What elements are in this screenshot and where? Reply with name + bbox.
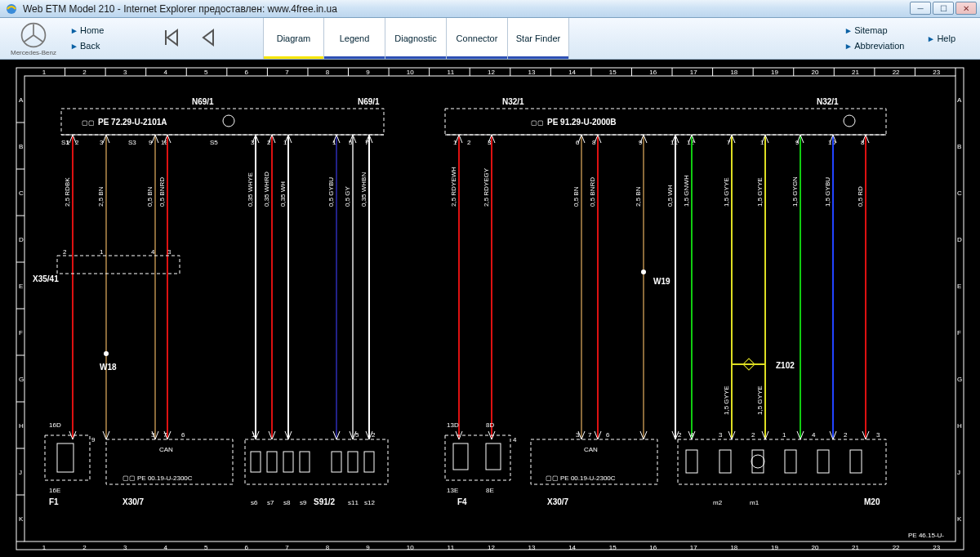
svg-text:3: 3 (719, 431, 723, 439)
svg-text:21: 21 (852, 69, 859, 76)
svg-text:Z102: Z102 (776, 361, 795, 370)
close-button[interactable]: ✕ (956, 2, 977, 15)
maximize-button[interactable]: ☐ (933, 2, 954, 15)
svg-text:F1: F1 (49, 497, 59, 506)
svg-text:13E: 13E (447, 487, 458, 494)
svg-text:▢▢: ▢▢ (122, 475, 136, 482)
svg-text:0,5 GYBU: 0,5 GYBU (327, 177, 335, 207)
back-link[interactable]: ▸Back (72, 41, 140, 51)
svg-text:23: 23 (933, 69, 940, 76)
svg-text:2,5 BN: 2,5 BN (97, 186, 105, 207)
svg-text:PE 72.29-U-2101A: PE 72.29-U-2101A (98, 118, 167, 127)
svg-text:22: 22 (893, 69, 900, 76)
svg-rect-267 (850, 450, 862, 473)
svg-rect-222 (300, 452, 310, 472)
svg-text:5: 5 (204, 69, 208, 76)
svg-text:s6: s6 (251, 499, 258, 506)
svg-text:m1: m1 (750, 499, 760, 506)
svg-text:1,5 GYYE: 1,5 GYYE (756, 385, 764, 415)
window-title: Web ETM Model 210 - Internet Explorer пр… (23, 3, 337, 15)
svg-text:20: 20 (812, 69, 819, 76)
svg-text:S5: S5 (210, 139, 218, 146)
svg-text:W19: W19 (653, 277, 670, 286)
svg-text:3: 3 (151, 431, 155, 439)
svg-text:G: G (957, 376, 962, 383)
svg-text:s12: s12 (364, 499, 375, 506)
tab-diagram[interactable]: Diagram (263, 18, 324, 59)
svg-text:1,5 GYGN: 1,5 GYGN (791, 176, 799, 207)
svg-text:▢▢: ▢▢ (82, 119, 95, 127)
prev-icon[interactable] (197, 27, 218, 50)
tab-star-finder[interactable]: Star Finder (508, 18, 569, 59)
svg-rect-188 (57, 256, 180, 274)
svg-text:K: K (19, 515, 24, 523)
minimize-button[interactable]: ─ (910, 2, 931, 15)
svg-point-197 (641, 270, 646, 274)
nav-links: ▸Home ▸Back (67, 18, 140, 59)
svg-text:9: 9 (366, 544, 370, 551)
tab-connector[interactable]: Connector (447, 18, 508, 59)
svg-text:1: 1 (42, 544, 47, 551)
help-link[interactable]: ▸Help (929, 33, 956, 44)
svg-rect-239 (486, 443, 501, 470)
svg-text:14: 14 (568, 544, 576, 551)
tab-diagnostic[interactable]: Diagnostic (385, 18, 447, 59)
svg-text:G: G (19, 376, 24, 383)
svg-text:0,5 GY: 0,5 GY (344, 185, 351, 207)
svg-rect-224 (332, 452, 341, 472)
svg-point-128 (844, 115, 855, 127)
svg-text:3: 3 (123, 544, 127, 551)
tab-legend[interactable]: Legend (324, 18, 385, 59)
svg-rect-238 (453, 443, 468, 470)
svg-text:C: C (957, 189, 962, 197)
svg-text:J: J (957, 469, 960, 476)
svg-text:2: 2 (678, 431, 682, 439)
wiring-diagram[interactable]: 1122334455667788991010111112121313141415… (0, 60, 980, 557)
svg-text:PE 00.19-U-2300C: PE 00.19-U-2300C (137, 475, 193, 482)
svg-text:4: 4 (513, 436, 517, 443)
svg-text:CAN: CAN (584, 446, 598, 453)
svg-text:5: 5 (204, 544, 208, 551)
svg-text:18: 18 (730, 69, 737, 76)
svg-text:S91/2: S91/2 (314, 497, 336, 506)
rewind-icon[interactable] (161, 27, 182, 50)
svg-text:2: 2 (467, 139, 471, 146)
svg-text:3: 3 (167, 248, 172, 256)
svg-rect-214 (245, 439, 388, 484)
svg-text:0,35 WHYE: 0,35 WHYE (247, 172, 254, 207)
svg-text:1,5 GNWH: 1,5 GNWH (683, 175, 690, 207)
svg-text:7: 7 (285, 544, 289, 551)
ie-icon (5, 2, 18, 16)
sitemap-link[interactable]: ▸Sitemap (846, 25, 904, 36)
svg-text:N69/1: N69/1 (358, 97, 380, 106)
svg-text:9: 9 (366, 69, 370, 76)
svg-text:H: H (957, 422, 962, 430)
svg-text:W18: W18 (100, 363, 117, 372)
window-buttons: ─ ☐ ✕ (910, 2, 977, 15)
svg-text:E: E (957, 283, 961, 290)
svg-text:PE 00.19-U-2300C: PE 00.19-U-2300C (560, 475, 616, 482)
svg-text:K: K (957, 515, 962, 523)
svg-text:s11: s11 (348, 499, 359, 506)
svg-text:0,5 BN: 0,5 BN (146, 186, 154, 207)
svg-text:15: 15 (609, 544, 617, 551)
svg-rect-262 (719, 450, 731, 473)
svg-text:B: B (957, 143, 961, 150)
svg-text:X30/7: X30/7 (547, 497, 569, 506)
svg-text:1: 1 (100, 248, 104, 256)
svg-text:1: 1 (782, 431, 786, 439)
svg-text:2: 2 (82, 544, 87, 551)
svg-text:17: 17 (690, 544, 697, 551)
svg-text:2,5 BN: 2,5 BN (635, 186, 642, 207)
svg-text:▢▢: ▢▢ (546, 475, 559, 482)
svg-text:2: 2 (372, 431, 376, 439)
svg-text:20: 20 (812, 544, 819, 551)
home-link[interactable]: ▸Home (72, 25, 140, 36)
svg-text:19: 19 (771, 69, 778, 76)
svg-text:7: 7 (588, 431, 592, 439)
abbreviation-link[interactable]: ▸Abbreviation (846, 41, 904, 51)
svg-text:s9: s9 (300, 499, 307, 506)
svg-text:M20: M20 (864, 497, 880, 506)
svg-text:3: 3 (876, 431, 880, 439)
svg-text:1,5 GYYE: 1,5 GYYE (723, 385, 730, 415)
